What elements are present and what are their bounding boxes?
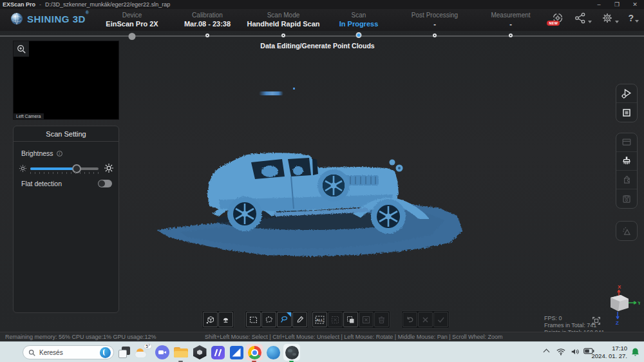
- bing-icon[interactable]: [100, 347, 111, 358]
- invert-selection-icon: [345, 314, 356, 325]
- axis-x-label: X: [618, 284, 621, 290]
- cube-icon: [205, 314, 216, 325]
- select-all-button[interactable]: ALL: [312, 312, 327, 327]
- chevron-up-icon: [544, 349, 550, 356]
- polygon-select-button[interactable]: [261, 312, 276, 327]
- brightness-slider[interactable]: [14, 162, 120, 176]
- chrome-button[interactable]: [247, 345, 262, 360]
- clean-data-button[interactable]: [616, 152, 637, 171]
- floppy-save-icon: [620, 193, 633, 205]
- system-usage-text: Remaining memory: 56% CPU usage:1% GPU u…: [5, 334, 156, 340]
- brush-select-icon: [294, 314, 305, 325]
- brightness-label: Brightness: [21, 149, 53, 157]
- view-tool-group: [202, 310, 234, 329]
- slashes-app-button[interactable]: [210, 345, 225, 360]
- orientation-gizmo[interactable]: X Y Z: [599, 281, 640, 326]
- clock-time: 17:10: [592, 345, 627, 352]
- rect-select-button[interactable]: [246, 312, 261, 327]
- scan-setting-title: Scan Setting: [14, 126, 118, 142]
- community-button[interactable]: NEW: [551, 12, 565, 24]
- stop-icon: [620, 106, 633, 119]
- close-button[interactable]: ✕: [626, 0, 644, 9]
- exscan-app-button[interactable]: [284, 345, 299, 360]
- turntable-button[interactable]: [218, 312, 233, 327]
- edit-panel-button[interactable]: [616, 133, 637, 152]
- flat-detection-toggle[interactable]: [98, 180, 112, 187]
- brush-clean-icon: [620, 155, 633, 167]
- title-bar: EXScan Pro - D:/3D_szkenner_munkák/eger2…: [0, 0, 644, 9]
- magnifier-plus-icon: [16, 44, 26, 54]
- progress-dot-measurement[interactable]: [509, 33, 513, 37]
- notifications-button[interactable]: [631, 347, 639, 357]
- viewport-3d[interactable]: Data Editing/Generate Point Clouds Left …: [0, 31, 644, 332]
- weather-widget[interactable]: 5°: [135, 345, 151, 360]
- generate-mesh-button[interactable]: [616, 222, 637, 240]
- chrome-icon: [248, 346, 261, 359]
- sun-dim-icon: [19, 164, 27, 173]
- lasso-select-icon: [279, 314, 290, 325]
- brush-select-button[interactable]: [292, 312, 307, 327]
- brightness-fill: [30, 167, 77, 170]
- brand-logo: SHINING 3D®: [10, 12, 90, 25]
- progress-dot-scan[interactable]: [356, 32, 362, 38]
- help-button[interactable]: ?: [628, 12, 639, 24]
- taskbar-search[interactable]: Keresés: [23, 345, 114, 359]
- progress-dot-post-processing[interactable]: [433, 33, 437, 37]
- task-view-button[interactable]: [117, 345, 132, 360]
- progress-dot-scan-mode[interactable]: [281, 33, 285, 37]
- share-button[interactable]: [574, 12, 592, 24]
- blue-sphere-icon: [267, 346, 280, 359]
- settings-caret-icon: [615, 21, 619, 23]
- volume-button[interactable]: [571, 348, 580, 356]
- restore-button[interactable]: ❐: [608, 0, 626, 9]
- app-name: EXScan Pro: [3, 1, 35, 8]
- progress-dot-calibration[interactable]: [205, 33, 209, 37]
- point-cloud-car[interactable]: [148, 84, 470, 264]
- deselect-all-icon: [330, 314, 341, 325]
- camera-zoom-button[interactable]: [14, 41, 29, 57]
- hexagon-app-button[interactable]: [192, 345, 207, 360]
- taskbar-clock[interactable]: 17:10 2024. 01. 27.: [592, 345, 627, 360]
- scan-control-group: [616, 84, 638, 122]
- exscan-pro-window: EXScan Pro - D:/3D_szkenner_munkák/eger2…: [0, 0, 644, 362]
- progress-dot-device[interactable]: [129, 33, 136, 40]
- deselect-all-button[interactable]: [328, 312, 343, 327]
- minimize-button[interactable]: –: [590, 0, 608, 9]
- hidden-icons-button[interactable]: [544, 348, 549, 354]
- scan-stop-button[interactable]: [616, 103, 637, 122]
- camera-preview[interactable]: Left Camera: [13, 41, 119, 120]
- stray-points-artifact: [259, 91, 283, 95]
- plugin-button[interactable]: [616, 171, 637, 189]
- invert-selection-button[interactable]: [343, 312, 358, 327]
- speaker-icon: [571, 348, 580, 356]
- scan-app-button[interactable]: [229, 345, 244, 360]
- trash-button[interactable]: [374, 312, 389, 327]
- confirm-button[interactable]: [433, 312, 448, 327]
- undo-button[interactable]: [402, 312, 417, 327]
- minimize-icon: –: [597, 1, 600, 8]
- brightness-track[interactable]: [30, 167, 99, 170]
- save-data-button[interactable]: [616, 189, 637, 208]
- puzzle-icon: [620, 173, 633, 186]
- wifi-button[interactable]: [556, 348, 565, 356]
- stage-label: Data Editing/Generate Point Clouds: [260, 42, 374, 50]
- file-explorer-button[interactable]: [173, 345, 189, 360]
- info-icon[interactable]: i: [57, 151, 62, 157]
- cancel-button[interactable]: [418, 312, 433, 327]
- delete-selected-button[interactable]: [359, 312, 374, 327]
- stray-point-dot: [293, 88, 295, 90]
- mesh-group: [616, 221, 638, 241]
- view-cube-button[interactable]: [203, 312, 218, 327]
- scan-preview-button[interactable]: [616, 84, 637, 103]
- select-tool-group: [245, 310, 308, 329]
- data-edit-group: [616, 133, 638, 209]
- lasso-select-button[interactable]: [277, 312, 292, 327]
- panel-icon: [620, 136, 633, 149]
- settings-button[interactable]: [601, 12, 619, 24]
- sun-bright-icon: [104, 163, 114, 173]
- chat-app-button[interactable]: [155, 345, 170, 360]
- globe-app-icon: [285, 346, 299, 359]
- car-rear-wheel: [227, 196, 262, 231]
- share-caret-icon: [588, 21, 592, 23]
- blue-sphere-app-button[interactable]: [265, 345, 281, 360]
